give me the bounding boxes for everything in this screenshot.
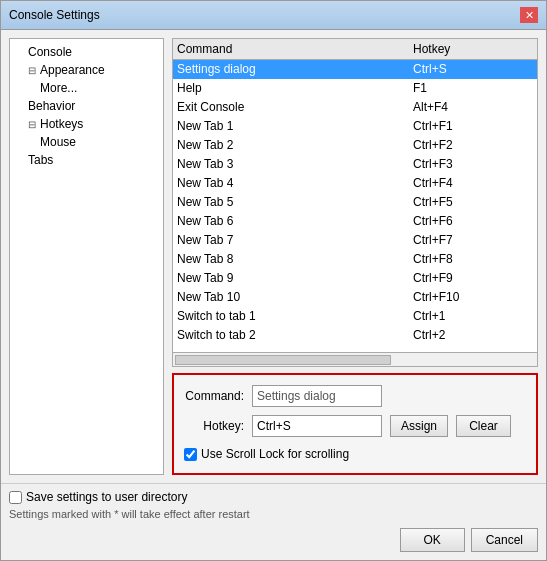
row-command: Settings dialog [177,62,413,76]
row-hotkey: Ctrl+F7 [413,233,533,247]
table-row[interactable]: New Tab 8Ctrl+F8 [173,250,537,269]
table-header: Command Hotkey [173,39,537,60]
table-row[interactable]: New Tab 9Ctrl+F9 [173,269,537,288]
hotkeys-table: Command Hotkey Settings dialogCtrl+SHelp… [172,38,538,367]
sidebar-item-label-behavior: Behavior [28,99,75,113]
hotkey-input[interactable] [252,415,382,437]
scrolllock-row: Use Scroll Lock for scrolling [184,445,526,463]
clear-button[interactable]: Clear [456,415,511,437]
sidebar-item-label-hotkeys: Hotkeys [40,117,83,131]
row-command: New Tab 5 [177,195,413,209]
table-row[interactable]: New Tab 3Ctrl+F3 [173,155,537,174]
window-title: Console Settings [9,8,100,22]
table-row[interactable]: Switch to tab 2Ctrl+2 [173,326,537,345]
row-hotkey: Ctrl+F6 [413,214,533,228]
row-hotkey: Ctrl+F9 [413,271,533,285]
table-row[interactable]: New Tab 6Ctrl+F6 [173,212,537,231]
row-command: New Tab 3 [177,157,413,171]
row-hotkey: Ctrl+2 [413,328,533,342]
console-settings-window: Console Settings ✕ Console⊟AppearanceMor… [0,0,547,561]
sidebar-item-hotkeys[interactable]: ⊟Hotkeys [12,115,161,133]
row-hotkey: Ctrl+F8 [413,252,533,266]
column-hotkey: Hotkey [413,42,533,56]
save-row: Save settings to user directory [9,490,538,504]
sidebar-item-label-console: Console [28,45,72,59]
column-command: Command [177,42,413,56]
row-command: New Tab 7 [177,233,413,247]
row-hotkey: Alt+F4 [413,100,533,114]
table-row[interactable]: New Tab 4Ctrl+F4 [173,174,537,193]
table-row[interactable]: Switch to tab 1Ctrl+1 [173,307,537,326]
row-command: New Tab 4 [177,176,413,190]
sidebar-item-label-appearance: Appearance [40,63,105,77]
row-command: Help [177,81,413,95]
right-panel: Command Hotkey Settings dialogCtrl+SHelp… [172,38,538,475]
footer-note: Settings marked with * will take effect … [9,508,538,520]
table-row[interactable]: Settings dialogCtrl+S [173,60,537,79]
close-button[interactable]: ✕ [520,7,538,23]
row-hotkey: Ctrl+F5 [413,195,533,209]
table-row[interactable]: New Tab 5Ctrl+F5 [173,193,537,212]
sidebar-item-mouse[interactable]: Mouse [12,133,161,151]
row-command: New Tab 9 [177,271,413,285]
row-hotkey: Ctrl+F2 [413,138,533,152]
sidebar-item-more[interactable]: More... [12,79,161,97]
row-command: New Tab 8 [177,252,413,266]
row-hotkey: Ctrl+F10 [413,290,533,304]
main-content: Console⊟AppearanceMore...Behavior⊟Hotkey… [1,30,546,483]
command-label: Command: [184,389,244,403]
row-command: Switch to tab 2 [177,328,413,342]
save-label[interactable]: Save settings to user directory [26,490,187,504]
sidebar-item-console[interactable]: Console [12,43,161,61]
sidebar-tree[interactable]: Console⊟AppearanceMore...Behavior⊟Hotkey… [9,38,164,475]
detail-panel: Command: Hotkey: Assign Clear Use Scroll… [172,373,538,475]
row-hotkey: Ctrl+F1 [413,119,533,133]
scrolllock-checkbox[interactable] [184,448,197,461]
row-command: New Tab 10 [177,290,413,304]
sidebar-item-label-tabs: Tabs [28,153,53,167]
table-row[interactable]: New Tab 2Ctrl+F2 [173,136,537,155]
title-bar: Console Settings ✕ [1,1,546,30]
row-hotkey: Ctrl+F4 [413,176,533,190]
table-body[interactable]: Settings dialogCtrl+SHelpF1Exit ConsoleA… [173,60,537,352]
cancel-button[interactable]: Cancel [471,528,538,552]
table-row[interactable]: New Tab 10Ctrl+F10 [173,288,537,307]
sidebar-item-label-more: More... [40,81,77,95]
scrollbar-thumb[interactable] [175,355,391,365]
sidebar-item-behavior[interactable]: Behavior [12,97,161,115]
table-row[interactable]: New Tab 7Ctrl+F7 [173,231,537,250]
row-command: Switch to tab 1 [177,309,413,323]
ok-button[interactable]: OK [400,528,465,552]
command-input[interactable] [252,385,382,407]
sidebar-item-label-mouse: Mouse [40,135,76,149]
row-command: Exit Console [177,100,413,114]
footer: Save settings to user directory Settings… [1,483,546,524]
bottom-buttons: OK Cancel [1,524,546,560]
horizontal-scrollbar[interactable] [173,352,537,366]
row-command: New Tab 6 [177,214,413,228]
row-hotkey: Ctrl+S [413,62,533,76]
scrolllock-label[interactable]: Use Scroll Lock for scrolling [201,447,349,461]
sidebar-item-appearance[interactable]: ⊟Appearance [12,61,161,79]
save-checkbox[interactable] [9,491,22,504]
assign-button[interactable]: Assign [390,415,448,437]
command-row: Command: [184,385,526,407]
row-hotkey: Ctrl+1 [413,309,533,323]
sidebar-item-tabs[interactable]: Tabs [12,151,161,169]
hotkey-row: Hotkey: Assign Clear [184,415,526,437]
table-row[interactable]: Exit ConsoleAlt+F4 [173,98,537,117]
table-row[interactable]: New Tab 1Ctrl+F1 [173,117,537,136]
row-command: New Tab 1 [177,119,413,133]
row-hotkey: Ctrl+F3 [413,157,533,171]
row-command: New Tab 2 [177,138,413,152]
table-row[interactable]: HelpF1 [173,79,537,98]
hotkey-label: Hotkey: [184,419,244,433]
row-hotkey: F1 [413,81,533,95]
